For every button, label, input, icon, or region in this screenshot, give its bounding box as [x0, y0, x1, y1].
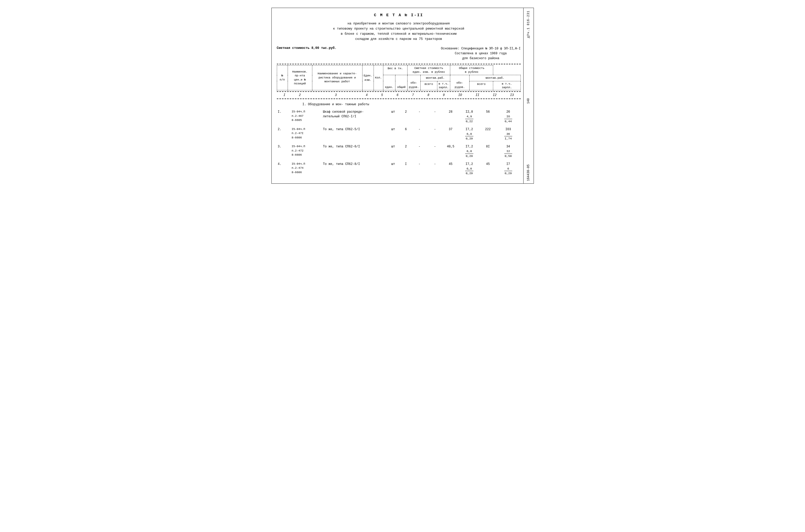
table-row: I. I5-04ч.Пп.2-4678-6605 Шкаф силовой ра… [277, 109, 521, 124]
col-n13: I3 [510, 93, 514, 97]
header-obo-total: обо-рудов. [450, 75, 469, 90]
header-prnta: Наименов.пр-нтацен.и №позиций [288, 65, 312, 90]
table-row: 4. I5-04ч.Пп.2-4748-6606 То же, типа СП6… [277, 161, 521, 176]
row-obo-total: 222 [480, 126, 496, 142]
header-montaz-total: монтаж.раб. [469, 75, 520, 81]
row-w-total: - [427, 126, 442, 142]
row-obo-total: 8I [480, 144, 496, 159]
header-montaz-total-vsego: всего [469, 81, 493, 90]
col-n4: 4 [366, 93, 368, 97]
subtitle-line4: складом для хозяйств с парком на 75 трак… [277, 37, 521, 42]
row-num: 4. [277, 161, 291, 176]
row-qty: 6 [400, 126, 411, 142]
col-numbers-row: I 2 3 4 5 6 7 8 9 IO II I2 I3 [277, 93, 521, 97]
section-header: I. Оборудование и мон- тажные работы [277, 100, 521, 108]
subtitle-line1: на приобретение и монтаж силового электр… [277, 21, 521, 26]
col-n2: 2 [299, 93, 301, 97]
row-montaz-total: 26 IO 0,44 [496, 109, 520, 124]
row-obo-total: 56 [480, 109, 496, 124]
row-prnta: I5-04ч.Пп.2-4728-6606 [290, 144, 322, 159]
row-w-unit: - [411, 126, 427, 142]
header-smet-total: Общая стоимостьв рублях [450, 65, 493, 75]
header-montaz-unit: монтаж.раб. [420, 75, 450, 81]
row-qty: 2 [400, 109, 411, 124]
sidebar-page-num: 140 [526, 98, 530, 104]
col-n9: 9 [443, 93, 444, 97]
main-table: №п/п Наименов.пр-нтацен.и №позиций Наиме… [277, 65, 521, 91]
table-header: №п/п Наименов.пр-нтацен.и №позиций Наиме… [277, 65, 520, 90]
table-row: 2. I5-04ч.Пп.2-47I8-6606 То же, типа СП6… [277, 126, 521, 142]
row-obo-unit: 40,5 [443, 144, 459, 159]
row-unit: шт [386, 126, 400, 142]
page-wrapper: дУч.1 816-231 140 164430-05 С М Е Т А № … [271, 8, 534, 184]
header-montaz-total-zarpl: в т.ч.зарпл. [493, 81, 520, 90]
col-n12: I2 [493, 93, 497, 97]
row-qty: I [400, 161, 411, 176]
meta-basis-line1: Основание: Спецификация № ЭП-10 ф ЭЛ-II,… [441, 46, 521, 51]
row-montaz-unit: I7,2 6,0 0,29 [458, 144, 480, 159]
row-name: То же, типа СП62-5/I [322, 126, 386, 142]
row-unit: шт [386, 161, 400, 176]
row-name: То же, типа СП62-8/I [322, 161, 386, 176]
col-n8: 8 [427, 93, 429, 97]
subtitle-line3: в блоке с гаражом, теплой стоянкой и мат… [277, 32, 521, 37]
meta-cost: Сметная стоимость 8,00 тыс.руб. [277, 46, 337, 50]
table-row: 3. I5-04ч.Пп.2-4728-6606 То же, типа СП6… [277, 144, 521, 159]
row-prnta: I5-04ч.Пп.2-4678-6605 [290, 109, 322, 124]
header-name: Наименование и характе-ристика оборудова… [312, 65, 362, 90]
row-obo-unit: 37 [443, 126, 459, 142]
row-qty: 2 [400, 144, 411, 159]
row-obo-unit: 28 [443, 109, 459, 124]
col-n5: 5 [381, 93, 383, 97]
row-name: То же, типа СП62-6/I [322, 144, 386, 159]
row-prnta: I5-04ч.Пп.2-4748-6606 [290, 161, 322, 176]
row-w-unit: - [411, 161, 427, 176]
header-qty: Кол. [373, 65, 383, 90]
divider-col-nums-top [277, 91, 521, 92]
page-title: С М Е Т А № I-II [277, 13, 521, 18]
header-montaz-unit-zarpl: в т.ч.зарпл. [437, 81, 450, 90]
col-n3: 3 [335, 93, 337, 97]
meta-basis: Основание: Спецификация № ЭП-10 ф ЭЛ-II,… [441, 46, 521, 61]
row-w-unit: - [411, 109, 427, 124]
sidebar-bottom-text: 164430-05 [526, 165, 530, 181]
col-n6: 6 [397, 93, 399, 97]
row-num: 3. [277, 144, 291, 159]
row-montaz-unit: I2,8 4,9 0,22 [458, 109, 480, 124]
row-unit: шт [386, 109, 400, 124]
row-w-total: - [427, 109, 442, 124]
subtitle-line2: к типовому проекту на строительство цент… [277, 26, 521, 32]
divider-top [277, 64, 521, 64]
col-n7: 7 [412, 93, 414, 97]
row-w-total: - [427, 144, 442, 159]
row-montaz-total: IO3 36 I,74 [496, 126, 520, 142]
header-row-1: №п/п Наименов.пр-нтацен.и №позиций Наиме… [277, 65, 520, 75]
row-montaz-total: 34 I2 0,58 [496, 144, 520, 159]
row-montaz-unit: I7,2 6,0 0,29 [458, 161, 480, 176]
row-w-unit: - [411, 144, 427, 159]
row-prnta: I5-04ч.Пп.2-47I8-6606 [290, 126, 322, 142]
row-montaz-unit: I7,2 6,0 0,29 [458, 126, 480, 142]
meta-basis-line3: для базисного района [441, 56, 521, 61]
header-w-unit: един. [383, 75, 395, 90]
row-num: I. [277, 109, 291, 124]
col-n11: II [476, 93, 479, 97]
data-table: I. I5-04ч.Пп.2-4678-6605 Шкаф силовой ра… [277, 109, 521, 178]
col-n1: I [284, 93, 285, 97]
header-montaz-unit-vsego: всего [420, 81, 437, 90]
row-obo-unit: 45 [443, 161, 459, 176]
table-body: I. I5-04ч.Пп.2-4678-6605 Шкаф силовой ра… [277, 109, 521, 178]
header-obo-unit: обо-рудов. [407, 75, 420, 90]
row-w-total: - [427, 161, 442, 176]
subtitle: на приобретение и монтаж силового электр… [277, 21, 521, 42]
row-montaz-total: I7 6 0,29 [496, 161, 520, 176]
right-sidebar: дУч.1 816-231 140 164430-05 [523, 8, 534, 184]
row-num: 2. [277, 126, 291, 142]
header-num: №п/п [277, 65, 288, 90]
meta-row: Сметная стоимость 8,00 тыс.руб. Основани… [277, 46, 521, 61]
divider-col-nums-bot [277, 98, 521, 99]
row-name: Шкаф силовой распреде-лительный СП62-I/I [322, 109, 386, 124]
meta-basis-line2: Составлена в ценах 1969 года [441, 51, 521, 56]
row-obo-total: 45 [480, 161, 496, 176]
header-unit: Един.изм. [362, 65, 373, 90]
